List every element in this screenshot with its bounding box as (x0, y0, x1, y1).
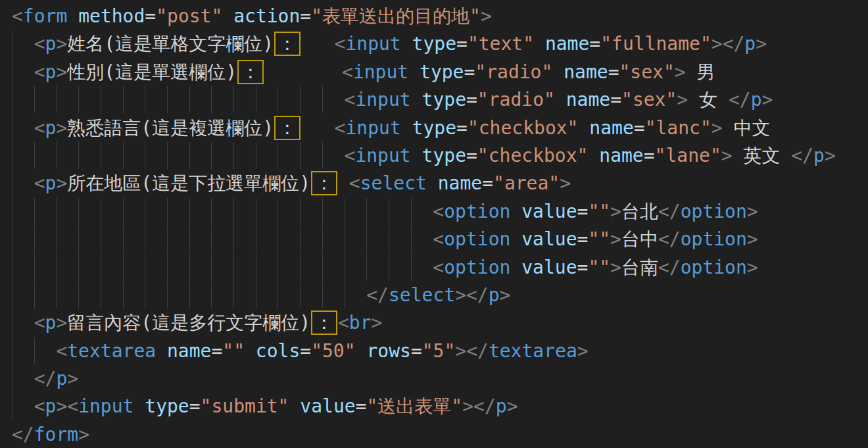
token-attribute-name: name (566, 89, 610, 111)
indent-guide-line (211, 282, 233, 309)
token-punctuation: > (56, 172, 67, 194)
indent-guides (12, 86, 345, 114)
token-tag-name: option (681, 228, 747, 250)
token-punctuation: < (338, 312, 349, 334)
token-attribute-name: type (422, 145, 466, 166)
token-punctuation: > (560, 172, 571, 194)
token-equals-sign: = (482, 172, 493, 194)
token-punctuation: < (34, 172, 45, 194)
token-tag-name: p (45, 172, 57, 194)
indent-guide-line (211, 226, 233, 253)
token-punctuation: > (481, 5, 492, 27)
indent-guides (12, 142, 345, 170)
token-tag-name: form (34, 424, 78, 445)
token-equals-sign: = (300, 5, 311, 27)
token-string-value: "sex" (621, 89, 677, 111)
token-string-value: "" (588, 201, 610, 222)
indent-guide-line (189, 142, 212, 169)
token-punctuation: > (675, 61, 686, 83)
token-tag-name: option (444, 257, 510, 278)
token-string-value: "post" (156, 5, 222, 27)
token-whitespace (245, 340, 256, 362)
token-whitespace (510, 228, 521, 250)
indent-guide-line (277, 86, 300, 113)
indent-guide-line (12, 254, 34, 281)
token-attribute-name: value (521, 257, 577, 278)
indent-guide-line (167, 226, 189, 253)
indent-guide-line (34, 198, 57, 225)
token-tag-name: p (45, 395, 57, 417)
indent-guide-line (56, 226, 78, 253)
indent-guide-line (256, 226, 278, 253)
indent-guide-line (366, 226, 389, 253)
indent-guide-line (56, 86, 78, 113)
token-punctuation: > (455, 284, 466, 306)
token-string-value: "sex" (619, 61, 675, 83)
token-punctuation: > (56, 312, 67, 334)
token-equals-sign: = (466, 145, 477, 166)
token-punctuation: > (610, 228, 621, 250)
indent-guide-line (233, 86, 256, 113)
indent-guide-line (34, 226, 57, 253)
code-line: <option value="">台中</option> (12, 226, 856, 253)
indent-guide-line (12, 393, 34, 420)
token-equals-sign: = (464, 61, 475, 83)
indent-guide-line (322, 282, 345, 309)
token-punctuation: > (756, 33, 767, 55)
indent-guide-line (211, 142, 233, 169)
token-tag-name: input (345, 33, 400, 55)
indent-guide-line (256, 198, 278, 225)
token-text-content: 台南 (621, 257, 658, 278)
code-editor[interactable]: <form method="post" action="表單送出的目的地"><p… (0, 0, 856, 445)
token-attribute-name: type (412, 33, 456, 55)
token-tag-name: option (444, 201, 510, 222)
indent-guide-line (345, 282, 367, 309)
token-attribute-name: name (564, 61, 608, 83)
token-punctuation: </ (658, 201, 681, 222)
indent-guide-line (366, 198, 389, 225)
token-string-value: "checkbox" (477, 145, 589, 166)
indent-guide-line (322, 226, 345, 253)
token-whitespace (289, 395, 300, 417)
indent-guide-line (145, 198, 167, 225)
token-equals-sign: = (466, 89, 477, 111)
indent-guide-line (167, 198, 189, 225)
token-string-value: "" (588, 257, 610, 278)
unicode-highlight-colon: ： (311, 311, 337, 335)
token-tag-name: input (78, 395, 133, 417)
token-attribute-name: cols (256, 340, 300, 362)
indent-guide-line (167, 254, 189, 281)
token-tag-name: form (23, 5, 67, 27)
token-attribute-name: value (300, 395, 355, 417)
indent-guides (12, 365, 34, 393)
indent-guide-line (411, 226, 433, 253)
indent-guide-line (211, 86, 233, 113)
token-punctuation: < (34, 61, 45, 83)
token-equals-sign: = (577, 257, 589, 278)
token-attribute-name: name (167, 340, 211, 362)
indent-guide-line (145, 254, 167, 281)
token-punctuation: > (610, 257, 621, 278)
token-punctuation: > (825, 145, 836, 166)
token-whitespace (338, 172, 349, 194)
indent-guide-line (123, 86, 145, 113)
indent-guide-line (256, 282, 278, 309)
token-whitespace (356, 340, 367, 362)
unicode-highlight-colon: ： (274, 116, 301, 140)
indent-guide-line (56, 198, 78, 225)
token-punctuation: </ (473, 395, 496, 417)
token-string-value: "" (588, 228, 610, 250)
token-tag-name: option (444, 228, 510, 250)
indent-guide-line (233, 226, 256, 253)
token-whitespace (222, 5, 233, 27)
token-punctuation: </ (466, 340, 489, 362)
code-line: <option value="">台南</option> (12, 254, 856, 282)
token-punctuation: < (12, 5, 23, 27)
token-attribute-name: name (589, 117, 633, 139)
indent-guide-line (345, 226, 367, 253)
indent-guide-line (123, 198, 145, 225)
indent-guide-line (34, 282, 57, 309)
indent-guide-line (12, 86, 34, 113)
indent-guide-line (277, 198, 300, 225)
token-attribute-name: rows (366, 340, 410, 362)
